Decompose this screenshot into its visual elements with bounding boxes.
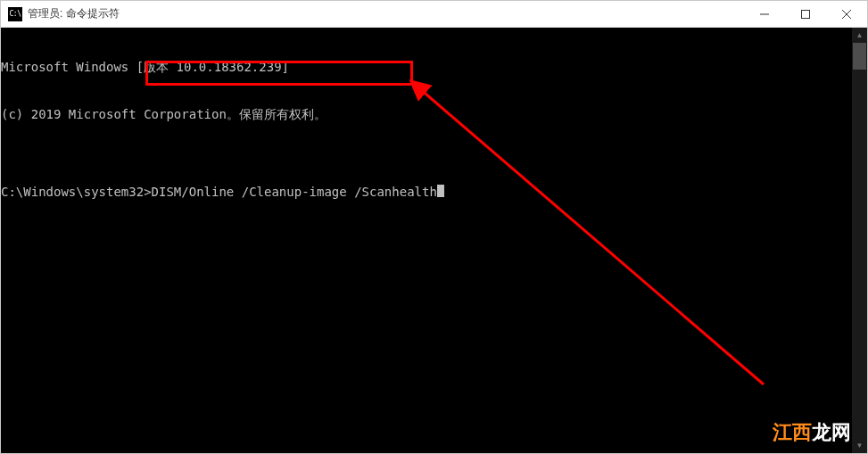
scrollbar-thumb[interactable]: [853, 43, 866, 70]
window-titlebar: C:\ 管理员: 命令提示符: [1, 1, 867, 28]
terminal-prompt-line: C:\Windows\system32>DISM/Online /Cleanup…: [1, 185, 867, 201]
titlebar-left: C:\ 管理员: 命令提示符: [1, 6, 120, 21]
cmd-icon: C:\: [8, 7, 22, 21]
typed-command: DISM/Online /Cleanup-image /Scanhealth: [152, 185, 437, 201]
watermark: 江西龙网: [773, 420, 851, 445]
terminal-line-copyright: (c) 2019 Microsoft Corporation。保留所有权利。: [1, 107, 867, 123]
prompt-path: C:\Windows\system32>: [1, 185, 152, 201]
terminal-body[interactable]: Microsoft Windows [版本 10.0.18362.239] (c…: [1, 28, 867, 453]
svg-line-5: [413, 83, 764, 384]
window-title: 管理员: 命令提示符: [28, 6, 120, 21]
close-button[interactable]: [826, 1, 867, 27]
terminal-line-version: Microsoft Windows [版本 10.0.18362.239]: [1, 60, 867, 76]
watermark-part2: 龙网: [812, 420, 851, 445]
annotation-arrow: [1, 28, 867, 453]
scroll-up-arrow-icon[interactable]: ▲: [852, 28, 867, 43]
svg-rect-1: [802, 10, 810, 18]
watermark-part1: 江西: [773, 420, 812, 445]
text-cursor: [437, 185, 444, 197]
minimize-icon: [760, 10, 769, 19]
minimize-button[interactable]: [744, 1, 785, 27]
window-controls: [744, 1, 867, 27]
maximize-icon: [801, 10, 810, 19]
vertical-scrollbar[interactable]: ▲ ▼: [852, 28, 867, 453]
maximize-button[interactable]: [785, 1, 826, 27]
scroll-down-arrow-icon[interactable]: ▼: [852, 438, 867, 453]
close-icon: [842, 10, 851, 19]
